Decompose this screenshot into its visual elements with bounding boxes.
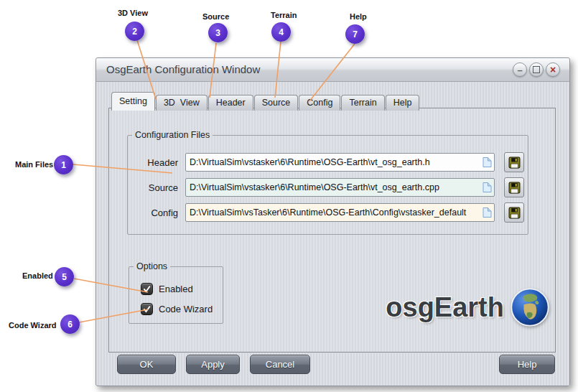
- code-wizard-checkbox[interactable]: [141, 303, 153, 315]
- callout-circle-2: 2: [125, 22, 144, 41]
- callout-label-source: Source: [202, 12, 229, 21]
- maximize-button[interactable]: [529, 62, 544, 77]
- title-bar[interactable]: OsgEarth Configuration Window – ×: [96, 58, 569, 82]
- cancel-button[interactable]: Cancel: [250, 355, 310, 374]
- document-icon: [483, 182, 492, 193]
- minimize-button[interactable]: –: [513, 62, 527, 77]
- window-title: OsgEarth Configuration Window: [106, 58, 260, 81]
- tab-3d-view[interactable]: 3D View: [156, 95, 208, 111]
- ok-button[interactable]: OK: [117, 355, 176, 374]
- document-icon: [483, 157, 492, 168]
- file-row-header: Header D:\VirtualSim\vstasker\6\Runtime\…: [139, 153, 528, 172]
- options-group: Options Enabled Code: [129, 261, 223, 324]
- option-row-enabled: Enabled: [141, 281, 223, 297]
- tab-config[interactable]: Config: [299, 95, 340, 111]
- osgearth-configuration-window: OsgEarth Configuration Window – × Settin…: [95, 57, 570, 386]
- source-file-path: D:\VirtualSim\vstasker\6\Runtime\OSG-Ear…: [190, 182, 439, 192]
- osgearth-logo-text: osgEarth: [386, 292, 504, 323]
- close-icon: ×: [550, 64, 556, 75]
- source-file-input[interactable]: D:\VirtualSim\vstasker\6\Runtime\OSG-Ear…: [185, 178, 495, 197]
- callout-label-help: Help: [350, 12, 367, 21]
- tab-header[interactable]: Header: [208, 95, 253, 111]
- header-file-input[interactable]: D:\VirtualSim\vstasker\6\Runtime\OSG-Ear…: [185, 153, 495, 172]
- minimize-icon: –: [517, 65, 522, 75]
- help-button[interactable]: Help: [499, 355, 555, 374]
- close-button[interactable]: ×: [546, 62, 560, 77]
- option-row-code-wizard: Code Wizard: [141, 302, 223, 317]
- header-file-path: D:\VirtualSim\vstasker\6\Runtime\OSG-Ear…: [190, 157, 430, 167]
- callout-circle-3: 3: [208, 23, 228, 42]
- callout-circle-7: 7: [345, 24, 365, 44]
- save-icon: [508, 157, 521, 169]
- callout-circle-1: 1: [54, 155, 73, 174]
- earth-globe-icon: [510, 286, 550, 328]
- tab-help[interactable]: Help: [386, 95, 420, 111]
- tab-terrain[interactable]: Terrain: [341, 95, 384, 111]
- enabled-checkbox[interactable]: [141, 283, 153, 295]
- osgearth-logo: osgEarth: [386, 286, 550, 328]
- code-wizard-checkbox-label[interactable]: Code Wizard: [159, 304, 213, 314]
- window-controls: – ×: [513, 62, 560, 77]
- save-icon: [508, 182, 521, 194]
- header-file-label: Header: [139, 157, 178, 168]
- save-config-button[interactable]: [504, 202, 524, 223]
- source-file-label: Source: [139, 182, 178, 193]
- callout-circle-4: 4: [271, 22, 291, 42]
- file-rows: Header D:\VirtualSim\vstasker\6\Runtime\…: [128, 140, 528, 222]
- config-file-path: D:\VirtualSim\vsTasker\6\Runtime\OSG-Ear…: [190, 207, 466, 218]
- checkmark-icon: [142, 284, 152, 294]
- checkmark-icon: [142, 304, 152, 314]
- configuration-files-group: Configuration Files Header D:\VirtualSim…: [127, 130, 528, 235]
- maximize-icon: [533, 66, 540, 73]
- callout-circle-6: 6: [60, 314, 80, 334]
- enabled-checkbox-label[interactable]: Enabled: [159, 284, 193, 294]
- save-source-button[interactable]: [504, 177, 524, 197]
- save-header-button[interactable]: [504, 152, 524, 172]
- config-file-label: Config: [139, 207, 178, 218]
- callout-label-enabled: Enabled: [22, 271, 53, 280]
- configuration-files-legend: Configuration Files: [132, 130, 213, 140]
- document-icon: [483, 207, 492, 218]
- apply-button[interactable]: Apply: [186, 355, 240, 374]
- callout-label-3d-view: 3D View: [118, 9, 148, 17]
- file-row-config: Config D:\VirtualSim\vsTasker\6\Runtime\…: [139, 203, 528, 222]
- save-icon: [508, 207, 521, 219]
- file-row-source: Source D:\VirtualSim\vstasker\6\Runtime\…: [139, 178, 528, 197]
- tab-setting[interactable]: Setting: [111, 92, 155, 111]
- option-rows: Enabled Code Wizard: [129, 271, 223, 317]
- callout-label-main-files: Main Files: [15, 160, 53, 169]
- options-legend: Options: [134, 261, 170, 271]
- callout-circle-5: 5: [55, 267, 74, 286]
- tab-source[interactable]: Source: [254, 95, 299, 111]
- config-file-input[interactable]: D:\VirtualSim\vsTasker\6\Runtime\OSG-Ear…: [185, 203, 495, 222]
- tab-bar: Setting 3D View Header Source Config Ter…: [111, 92, 420, 111]
- callout-label-code-wizard: Code Wizard: [9, 321, 57, 330]
- setting-tab-page: Configuration Files Header D:\VirtualSim…: [108, 108, 556, 353]
- callout-label-terrain: Terrain: [271, 11, 297, 19]
